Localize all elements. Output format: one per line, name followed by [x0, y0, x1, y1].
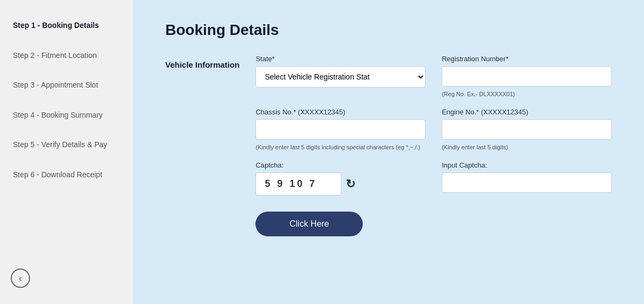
chevron-left-icon: ‹	[19, 273, 22, 284]
sidebar-item-step4[interactable]: Step 4 - Booking Summary	[0, 100, 133, 131]
back-button[interactable]: ‹	[11, 269, 30, 288]
sidebar-item-step5[interactable]: Step 5 - Verify Details & Pay	[0, 130, 133, 160]
captcha-display: 5 9 10 7	[255, 172, 341, 196]
state-group: State* Select Vehicle Registration Stat	[255, 55, 426, 88]
state-label: State*	[255, 55, 426, 63]
captcha-label: Captcha:	[255, 161, 426, 169]
submit-button[interactable]: Click Here	[255, 212, 363, 236]
sidebar-item-step6[interactable]: Step 6 - Download Receipt	[0, 160, 133, 190]
chassis-label: Chassis No.* (XXXXX12345)	[255, 108, 426, 116]
chassis-group: Chassis No.* (XXXXX12345) (Kindly enter …	[255, 108, 426, 150]
engine-label: Engine No.* (XXXXX12345)	[442, 108, 612, 116]
registration-input[interactable]	[442, 66, 612, 86]
engine-hint: (Kindly enter last 5 digits)	[442, 144, 612, 150]
chassis-hint: (Kindly enter last 5 digits including sp…	[255, 144, 426, 150]
form-fields: State* Select Vehicle Registration Stat …	[255, 55, 612, 236]
registration-label: Registration Number*	[442, 55, 612, 63]
sidebar: Step 1 - Booking Details Step 2 - Fitmen…	[0, 0, 133, 304]
captcha-box-wrapper: 5 9 10 7 ↻	[255, 172, 426, 196]
engine-group: Engine No.* (XXXXX12345) (Kindly enter l…	[442, 108, 612, 150]
main-content: Booking Details Vehicle Information Stat…	[133, 0, 644, 304]
sidebar-item-step1[interactable]: Step 1 - Booking Details	[0, 11, 133, 41]
engine-input[interactable]	[442, 119, 612, 140]
state-select[interactable]: Select Vehicle Registration Stat	[255, 66, 426, 88]
sidebar-item-step2[interactable]: Step 2 - Fitment Location	[0, 41, 133, 71]
input-captcha-group: Input Captcha:	[442, 161, 612, 193]
vehicle-information-section: Vehicle Information State* Select Vehicl…	[165, 55, 612, 236]
captcha-group: Captcha: 5 9 10 7 ↻	[255, 161, 426, 196]
submit-row: Click Here	[255, 206, 612, 236]
sidebar-item-step3[interactable]: Step 3 - Appointment Slot	[0, 70, 133, 100]
row-chassis-engine: Chassis No.* (XXXXX12345) (Kindly enter …	[255, 108, 612, 150]
registration-hint: (Reg No. Ex.- DLXXXXX01)	[442, 91, 612, 97]
refresh-captcha-button[interactable]: ↻	[346, 177, 355, 191]
section-label: Vehicle Information	[165, 55, 239, 69]
chassis-input[interactable]	[255, 119, 426, 140]
page-title: Booking Details	[165, 21, 612, 39]
registration-group: Registration Number* (Reg No. Ex.- DLXXX…	[442, 55, 612, 97]
input-captcha-label: Input Captcha:	[442, 161, 612, 169]
row-captcha: Captcha: 5 9 10 7 ↻ Input Captcha:	[255, 161, 612, 196]
input-captcha-field[interactable]	[442, 172, 612, 193]
row-state-registration: State* Select Vehicle Registration Stat …	[255, 55, 612, 97]
